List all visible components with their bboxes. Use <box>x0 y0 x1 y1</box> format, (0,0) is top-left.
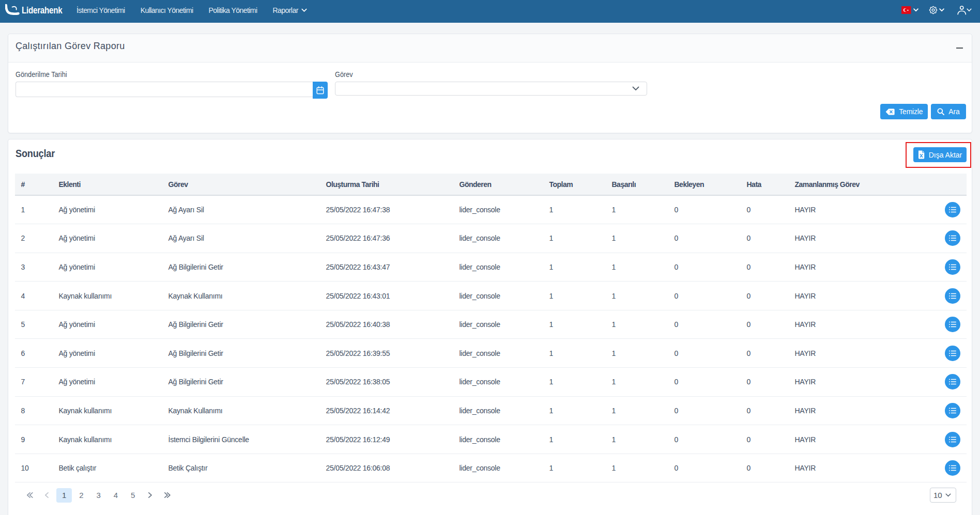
table-cell: 0 <box>668 195 741 224</box>
table-cell: 1 <box>606 368 668 397</box>
chevron-down-icon <box>967 8 972 12</box>
table-cell-actions <box>939 224 967 253</box>
search-button[interactable]: Ara <box>931 104 966 119</box>
table-cell: 1 <box>606 195 668 224</box>
list-icon <box>949 207 956 213</box>
table-cell: 0 <box>668 454 741 482</box>
filter-card-body: Gönderilme Tarihi <box>8 63 972 133</box>
column-header-ba-ar-l: Başarılı <box>606 174 668 195</box>
table-cell: 7 <box>15 368 53 397</box>
sent-date-input[interactable] <box>16 82 313 97</box>
row-detail-button[interactable] <box>945 374 960 389</box>
settings-dropdown[interactable] <box>926 5 944 15</box>
page-button-1[interactable]: 1 <box>56 488 72 503</box>
column-header-bekleyen: Bekleyen <box>668 174 741 195</box>
chevron-down-icon <box>632 86 639 91</box>
table-cell: 2 <box>15 224 53 253</box>
table-cell-actions <box>939 339 967 368</box>
table-cell-actions <box>939 282 967 310</box>
table-cell: 4 <box>15 282 53 310</box>
page-size-select[interactable]: 10 <box>930 488 956 503</box>
table-cell: 25/05/2022 16:47:36 <box>320 224 453 253</box>
page-prev-button <box>39 488 55 503</box>
brand[interactable]: Liderahenk <box>5 2 64 19</box>
table-cell: Ağ yönetimi <box>53 310 162 339</box>
page-button-2[interactable]: 2 <box>73 488 89 503</box>
page-button-5[interactable]: 5 <box>125 488 141 503</box>
table-cell: 1 <box>543 368 606 397</box>
table-cell: HAYIR <box>789 253 939 282</box>
page-last-button[interactable] <box>160 488 175 503</box>
navbar-right <box>901 5 972 15</box>
task-select[interactable] <box>335 82 647 96</box>
row-detail-button[interactable] <box>945 346 960 361</box>
table-cell: 1 <box>543 425 606 454</box>
table-cell: lider_console <box>453 454 543 482</box>
list-icon <box>949 264 956 270</box>
table-row: 7Ağ yönetimiAğ Bilgilerini Getir25/05/20… <box>15 368 967 397</box>
table-cell: lider_console <box>453 310 543 339</box>
export-button[interactable]: Dışa Aktar <box>913 147 967 162</box>
list-icon <box>949 408 956 414</box>
list-icon <box>949 436 956 443</box>
table-cell: 1 <box>543 454 606 482</box>
results-header: Sonuçlar <box>8 139 972 174</box>
page-button-4[interactable]: 4 <box>108 488 124 503</box>
table-cell-actions <box>939 425 967 454</box>
table-cell: 0 <box>741 368 789 397</box>
table-cell: 0 <box>741 224 789 253</box>
filter-card: Çalıştırılan Görev Raporu Gönderilme Tar… <box>8 34 972 133</box>
row-detail-button[interactable] <box>945 230 960 246</box>
column-header-num: # <box>15 174 53 195</box>
table-cell: lider_console <box>453 224 543 253</box>
calendar-button[interactable] <box>313 82 328 99</box>
table-cell: Ağ yönetimi <box>53 195 162 224</box>
chevron-left-icon <box>45 492 49 498</box>
row-detail-button[interactable] <box>945 460 960 476</box>
table-cell: Ağ yönetimi <box>53 368 162 397</box>
table-cell: 1 <box>543 253 606 282</box>
row-detail-button[interactable] <box>945 403 960 418</box>
row-detail-button[interactable] <box>945 202 960 217</box>
filter-card-header: Çalıştırılan Görev Raporu <box>8 34 972 63</box>
page-next-button[interactable] <box>143 488 158 503</box>
nav-item-kullan-c-y-netimi[interactable]: Kullanıcı Yönetimi <box>133 6 201 14</box>
row-detail-button[interactable] <box>945 317 960 332</box>
table-cell: HAYIR <box>789 454 939 482</box>
nav-item-i-stemci-y-netimi[interactable]: İstemci Yönetimi <box>69 6 133 14</box>
nav-item-raporlar[interactable]: Raporlar <box>265 6 314 14</box>
language-dropdown[interactable] <box>901 6 918 14</box>
table-cell: 0 <box>668 282 741 310</box>
page-button-3[interactable]: 3 <box>91 488 106 503</box>
search-button-label: Ara <box>948 107 959 116</box>
row-detail-button[interactable] <box>945 288 960 304</box>
row-detail-button[interactable] <box>945 259 960 275</box>
table-cell: 0 <box>741 195 789 224</box>
list-icon <box>949 379 956 385</box>
table-cell: lider_console <box>453 396 543 425</box>
results-card: Sonuçlar Dışa Aktar #EklentiGörevOluştur… <box>8 139 972 515</box>
clear-button[interactable]: Temizle <box>880 104 928 119</box>
liderahenk-logo-icon <box>5 2 20 19</box>
nav-item-politika-y-netimi[interactable]: Politika Yönetimi <box>201 6 265 14</box>
table-cell: 1 <box>543 282 606 310</box>
table-row: 10Betik çalıştırBetik Çalıştır25/05/2022… <box>15 454 967 482</box>
table-cell: 25/05/2022 16:14:42 <box>320 396 453 425</box>
table-cell: Kaynak kullanımı <box>53 282 162 310</box>
table-cell: HAYIR <box>789 195 939 224</box>
table-cell: lider_console <box>453 368 543 397</box>
table-cell: 25/05/2022 16:40:38 <box>320 310 453 339</box>
table-cell: 10 <box>15 454 53 482</box>
row-detail-button[interactable] <box>945 432 960 447</box>
table-cell: Ağ Bilgilerini Getir <box>162 339 320 368</box>
table-cell: 0 <box>668 310 741 339</box>
collapse-button[interactable] <box>956 44 963 52</box>
table-cell: Kaynak Kullanımı <box>162 282 320 310</box>
user-dropdown[interactable] <box>957 5 972 15</box>
table-cell: 1 <box>606 425 668 454</box>
page-title: Çalıştırılan Görev Raporu <box>16 41 125 52</box>
results-title: Sonuçlar <box>16 148 875 160</box>
table-row: 4Kaynak kullanımıKaynak Kullanımı25/05/2… <box>15 282 967 310</box>
list-icon <box>949 293 956 299</box>
column-header-zamanlanm-g-rev: Zamanlanmış Görev <box>789 174 939 195</box>
